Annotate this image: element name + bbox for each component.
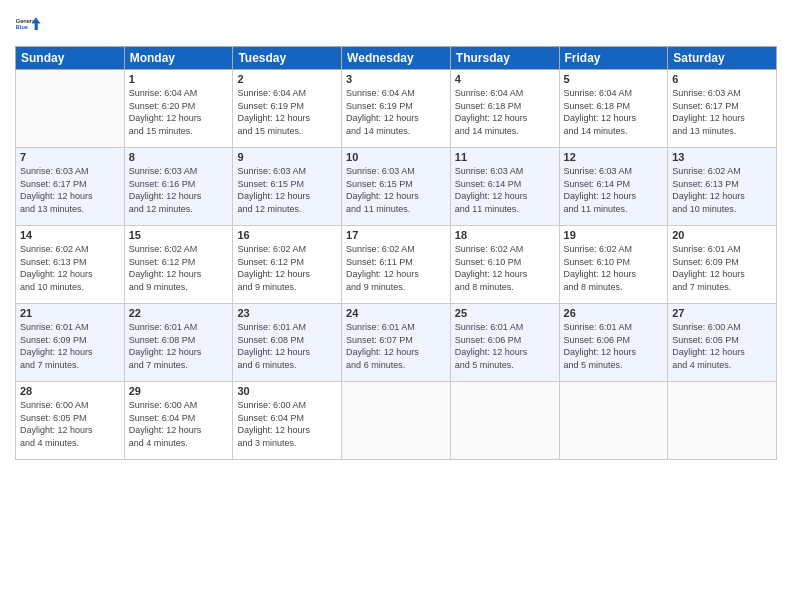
day-number: 17 xyxy=(346,229,446,241)
day-header-wednesday: Wednesday xyxy=(342,47,451,70)
day-info: Sunrise: 6:03 AM Sunset: 6:14 PM Dayligh… xyxy=(455,165,555,215)
day-header-tuesday: Tuesday xyxy=(233,47,342,70)
calendar-week-4: 21Sunrise: 6:01 AM Sunset: 6:09 PM Dayli… xyxy=(16,304,777,382)
day-number: 15 xyxy=(129,229,229,241)
day-header-friday: Friday xyxy=(559,47,668,70)
day-info: Sunrise: 6:04 AM Sunset: 6:18 PM Dayligh… xyxy=(564,87,664,137)
logo-icon: GeneralBlue xyxy=(15,10,43,38)
day-number: 10 xyxy=(346,151,446,163)
page-header: GeneralBlue xyxy=(15,10,777,38)
day-number: 26 xyxy=(564,307,664,319)
day-number: 18 xyxy=(455,229,555,241)
day-number: 21 xyxy=(20,307,120,319)
day-info: Sunrise: 6:03 AM Sunset: 6:17 PM Dayligh… xyxy=(672,87,772,137)
calendar-cell: 26Sunrise: 6:01 AM Sunset: 6:06 PM Dayli… xyxy=(559,304,668,382)
calendar-cell: 6Sunrise: 6:03 AM Sunset: 6:17 PM Daylig… xyxy=(668,70,777,148)
calendar-week-5: 28Sunrise: 6:00 AM Sunset: 6:05 PM Dayli… xyxy=(16,382,777,460)
day-info: Sunrise: 6:02 AM Sunset: 6:13 PM Dayligh… xyxy=(20,243,120,293)
day-number: 30 xyxy=(237,385,337,397)
calendar-cell: 1Sunrise: 6:04 AM Sunset: 6:20 PM Daylig… xyxy=(124,70,233,148)
day-number: 28 xyxy=(20,385,120,397)
day-info: Sunrise: 6:00 AM Sunset: 6:05 PM Dayligh… xyxy=(672,321,772,371)
calendar-cell: 20Sunrise: 6:01 AM Sunset: 6:09 PM Dayli… xyxy=(668,226,777,304)
day-info: Sunrise: 6:03 AM Sunset: 6:14 PM Dayligh… xyxy=(564,165,664,215)
calendar-cell xyxy=(559,382,668,460)
calendar-cell: 27Sunrise: 6:00 AM Sunset: 6:05 PM Dayli… xyxy=(668,304,777,382)
calendar-cell xyxy=(668,382,777,460)
logo: GeneralBlue xyxy=(15,10,43,38)
calendar: SundayMondayTuesdayWednesdayThursdayFrid… xyxy=(15,46,777,460)
calendar-cell: 2Sunrise: 6:04 AM Sunset: 6:19 PM Daylig… xyxy=(233,70,342,148)
calendar-cell: 3Sunrise: 6:04 AM Sunset: 6:19 PM Daylig… xyxy=(342,70,451,148)
day-info: Sunrise: 6:02 AM Sunset: 6:13 PM Dayligh… xyxy=(672,165,772,215)
day-number: 11 xyxy=(455,151,555,163)
calendar-cell: 7Sunrise: 6:03 AM Sunset: 6:17 PM Daylig… xyxy=(16,148,125,226)
day-number: 12 xyxy=(564,151,664,163)
day-info: Sunrise: 6:04 AM Sunset: 6:20 PM Dayligh… xyxy=(129,87,229,137)
day-number: 16 xyxy=(237,229,337,241)
calendar-cell: 5Sunrise: 6:04 AM Sunset: 6:18 PM Daylig… xyxy=(559,70,668,148)
calendar-cell: 10Sunrise: 6:03 AM Sunset: 6:15 PM Dayli… xyxy=(342,148,451,226)
day-number: 20 xyxy=(672,229,772,241)
calendar-week-3: 14Sunrise: 6:02 AM Sunset: 6:13 PM Dayli… xyxy=(16,226,777,304)
day-number: 23 xyxy=(237,307,337,319)
day-header-saturday: Saturday xyxy=(668,47,777,70)
calendar-cell: 18Sunrise: 6:02 AM Sunset: 6:10 PM Dayli… xyxy=(450,226,559,304)
calendar-cell: 19Sunrise: 6:02 AM Sunset: 6:10 PM Dayli… xyxy=(559,226,668,304)
calendar-cell: 12Sunrise: 6:03 AM Sunset: 6:14 PM Dayli… xyxy=(559,148,668,226)
day-number: 9 xyxy=(237,151,337,163)
day-info: Sunrise: 6:00 AM Sunset: 6:05 PM Dayligh… xyxy=(20,399,120,449)
calendar-cell xyxy=(450,382,559,460)
day-info: Sunrise: 6:03 AM Sunset: 6:15 PM Dayligh… xyxy=(346,165,446,215)
calendar-cell: 15Sunrise: 6:02 AM Sunset: 6:12 PM Dayli… xyxy=(124,226,233,304)
day-info: Sunrise: 6:01 AM Sunset: 6:06 PM Dayligh… xyxy=(455,321,555,371)
day-info: Sunrise: 6:01 AM Sunset: 6:09 PM Dayligh… xyxy=(672,243,772,293)
day-info: Sunrise: 6:02 AM Sunset: 6:10 PM Dayligh… xyxy=(455,243,555,293)
day-info: Sunrise: 6:04 AM Sunset: 6:19 PM Dayligh… xyxy=(346,87,446,137)
day-info: Sunrise: 6:02 AM Sunset: 6:12 PM Dayligh… xyxy=(237,243,337,293)
day-info: Sunrise: 6:03 AM Sunset: 6:17 PM Dayligh… xyxy=(20,165,120,215)
calendar-cell: 22Sunrise: 6:01 AM Sunset: 6:08 PM Dayli… xyxy=(124,304,233,382)
day-header-thursday: Thursday xyxy=(450,47,559,70)
day-number: 6 xyxy=(672,73,772,85)
day-number: 8 xyxy=(129,151,229,163)
calendar-cell xyxy=(342,382,451,460)
day-number: 24 xyxy=(346,307,446,319)
calendar-cell: 11Sunrise: 6:03 AM Sunset: 6:14 PM Dayli… xyxy=(450,148,559,226)
day-number: 2 xyxy=(237,73,337,85)
day-header-monday: Monday xyxy=(124,47,233,70)
calendar-cell: 13Sunrise: 6:02 AM Sunset: 6:13 PM Dayli… xyxy=(668,148,777,226)
calendar-cell: 9Sunrise: 6:03 AM Sunset: 6:15 PM Daylig… xyxy=(233,148,342,226)
calendar-week-2: 7Sunrise: 6:03 AM Sunset: 6:17 PM Daylig… xyxy=(16,148,777,226)
calendar-cell xyxy=(16,70,125,148)
day-number: 25 xyxy=(455,307,555,319)
day-info: Sunrise: 6:01 AM Sunset: 6:06 PM Dayligh… xyxy=(564,321,664,371)
calendar-cell: 28Sunrise: 6:00 AM Sunset: 6:05 PM Dayli… xyxy=(16,382,125,460)
day-info: Sunrise: 6:02 AM Sunset: 6:11 PM Dayligh… xyxy=(346,243,446,293)
calendar-cell: 25Sunrise: 6:01 AM Sunset: 6:06 PM Dayli… xyxy=(450,304,559,382)
calendar-week-1: 1Sunrise: 6:04 AM Sunset: 6:20 PM Daylig… xyxy=(16,70,777,148)
day-info: Sunrise: 6:02 AM Sunset: 6:10 PM Dayligh… xyxy=(564,243,664,293)
day-info: Sunrise: 6:01 AM Sunset: 6:07 PM Dayligh… xyxy=(346,321,446,371)
day-info: Sunrise: 6:00 AM Sunset: 6:04 PM Dayligh… xyxy=(129,399,229,449)
calendar-cell: 21Sunrise: 6:01 AM Sunset: 6:09 PM Dayli… xyxy=(16,304,125,382)
day-info: Sunrise: 6:00 AM Sunset: 6:04 PM Dayligh… xyxy=(237,399,337,449)
day-number: 29 xyxy=(129,385,229,397)
day-info: Sunrise: 6:04 AM Sunset: 6:19 PM Dayligh… xyxy=(237,87,337,137)
calendar-cell: 4Sunrise: 6:04 AM Sunset: 6:18 PM Daylig… xyxy=(450,70,559,148)
day-number: 22 xyxy=(129,307,229,319)
calendar-header-row: SundayMondayTuesdayWednesdayThursdayFrid… xyxy=(16,47,777,70)
calendar-cell: 29Sunrise: 6:00 AM Sunset: 6:04 PM Dayli… xyxy=(124,382,233,460)
calendar-cell: 30Sunrise: 6:00 AM Sunset: 6:04 PM Dayli… xyxy=(233,382,342,460)
day-number: 3 xyxy=(346,73,446,85)
day-number: 1 xyxy=(129,73,229,85)
day-number: 13 xyxy=(672,151,772,163)
day-info: Sunrise: 6:01 AM Sunset: 6:08 PM Dayligh… xyxy=(237,321,337,371)
day-info: Sunrise: 6:02 AM Sunset: 6:12 PM Dayligh… xyxy=(129,243,229,293)
day-info: Sunrise: 6:04 AM Sunset: 6:18 PM Dayligh… xyxy=(455,87,555,137)
calendar-cell: 17Sunrise: 6:02 AM Sunset: 6:11 PM Dayli… xyxy=(342,226,451,304)
calendar-cell: 23Sunrise: 6:01 AM Sunset: 6:08 PM Dayli… xyxy=(233,304,342,382)
calendar-cell: 16Sunrise: 6:02 AM Sunset: 6:12 PM Dayli… xyxy=(233,226,342,304)
day-number: 4 xyxy=(455,73,555,85)
day-number: 7 xyxy=(20,151,120,163)
